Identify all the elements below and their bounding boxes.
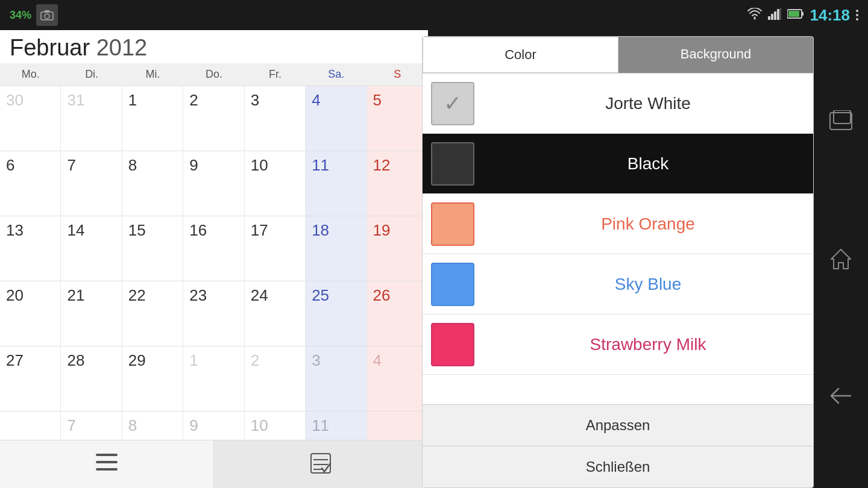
day-cell[interactable]: 14	[61, 216, 122, 281]
anpassen-button[interactable]: Anpassen	[423, 405, 813, 446]
swatch-container	[423, 198, 483, 251]
day-headers: Mo. Di. Mi. Do. Fr. Sa. S	[0, 63, 428, 86]
checkmark-icon: ✓	[444, 91, 462, 116]
wifi-icon	[747, 8, 762, 23]
day-cell[interactable]: 29	[122, 346, 183, 411]
day-cell[interactable]: 3	[245, 86, 306, 151]
year: 2012	[96, 35, 148, 60]
svg-rect-4	[771, 14, 773, 20]
day-cell[interactable]: 13	[0, 216, 61, 281]
day-cell[interactable]: 4	[367, 346, 428, 411]
day-cell[interactable]: 4	[306, 86, 366, 151]
day-cell[interactable]: 17	[245, 216, 306, 281]
tab-color[interactable]: Color	[423, 37, 618, 73]
day-cell[interactable]: 23	[183, 281, 244, 346]
color-name: Sky Blue	[483, 275, 813, 294]
day-cell[interactable]: 1	[122, 86, 183, 151]
day-header-sa: Sa.	[306, 63, 366, 86]
status-bar: 34%	[0, 0, 868, 30]
day-cell[interactable]: 24	[245, 281, 306, 346]
dialog-tab-bar: Color Background	[423, 37, 813, 74]
day-cell[interactable]: 9	[183, 151, 244, 216]
day-cell[interactable]: 10	[245, 151, 306, 216]
swatch-container	[423, 258, 483, 311]
day-cell[interactable]: 28	[61, 346, 122, 411]
day-cell[interactable]: 18	[306, 216, 366, 281]
day-header-fr: Fr.	[245, 63, 306, 86]
calendar-header: Februar 2012	[0, 30, 428, 63]
color-item-strawberry[interactable]: Strawberry Milk	[423, 314, 813, 375]
overflow-menu-icon[interactable]	[856, 10, 858, 20]
color-name: Pink Orange	[483, 214, 813, 234]
clock: 14:18	[810, 6, 851, 25]
color-name: Black	[483, 154, 813, 174]
svg-rect-7	[780, 8, 781, 20]
menu-button[interactable]	[0, 440, 214, 488]
day-cell[interactable]: 31	[61, 86, 122, 151]
day-cell[interactable]: 1	[183, 346, 244, 411]
week-row: 20 21 22 23 24 25 26	[0, 281, 428, 346]
color-name: Strawberry Milk	[483, 335, 813, 354]
color-item-jorte-white[interactable]: ✓ Jorte White	[423, 74, 813, 134]
tasks-button[interactable]	[214, 440, 428, 488]
week-row: 13 14 15 16 17 18 19	[0, 216, 428, 281]
menu-icon	[96, 453, 118, 475]
day-header-so: S	[367, 63, 428, 86]
svg-rect-9	[802, 12, 804, 16]
week-row: 6 7 8 9 10 11 12	[0, 151, 428, 216]
color-swatch	[431, 263, 474, 306]
day-cell[interactable]: 6	[0, 151, 61, 216]
svg-rect-3	[768, 16, 770, 20]
day-cell[interactable]: 21	[61, 281, 122, 346]
day-cell[interactable]: 15	[122, 216, 183, 281]
day-cell[interactable]: 12	[367, 151, 428, 216]
day-cell[interactable]: 20	[0, 281, 61, 346]
color-swatch	[431, 202, 474, 246]
day-cell[interactable]: 3	[306, 346, 366, 411]
svg-rect-13	[96, 468, 118, 471]
day-cell[interactable]: 2	[183, 86, 244, 151]
color-list: ✓ Jorte White Black Pink Orange Sky Blue	[423, 74, 813, 404]
svg-rect-14	[311, 454, 330, 473]
color-item-pink-orange[interactable]: Pink Orange	[423, 194, 813, 254]
swatch-container: ✓	[423, 77, 483, 130]
photo-icon	[36, 4, 58, 26]
tasks-icon	[310, 452, 332, 477]
day-header-do: Do.	[183, 63, 244, 86]
day-cell[interactable]: 11	[306, 151, 366, 216]
day-cell[interactable]: 19	[367, 216, 428, 281]
recent-apps-button[interactable]	[828, 110, 854, 134]
svg-point-1	[45, 14, 49, 19]
svg-rect-5	[774, 11, 776, 20]
day-cell[interactable]: 5	[367, 86, 428, 151]
svg-rect-6	[777, 9, 779, 20]
day-cell[interactable]: 7	[61, 151, 122, 216]
back-button[interactable]	[829, 386, 853, 408]
svg-rect-11	[96, 454, 118, 456]
status-right: 14:18	[747, 6, 859, 25]
calendar-area: Februar 2012 Mo. Di. Mi. Do. Fr. Sa. S 3…	[0, 30, 428, 488]
dialog-actions: Anpassen Schließen	[423, 404, 813, 487]
day-cell[interactable]: 26	[367, 281, 428, 346]
status-left: 34%	[10, 4, 58, 26]
signal-icon	[768, 8, 781, 22]
svg-rect-12	[96, 461, 118, 463]
calendar-grid: Mo. Di. Mi. Do. Fr. Sa. S 30 31 1 2 3 4 …	[0, 63, 428, 476]
day-cell[interactable]: 27	[0, 346, 61, 411]
day-cell[interactable]: 25	[306, 281, 366, 346]
svg-rect-10	[788, 11, 799, 17]
swatch-container	[423, 318, 483, 371]
day-cell[interactable]: 30	[0, 86, 61, 151]
day-cell[interactable]: 22	[122, 281, 183, 346]
day-cell[interactable]: 16	[183, 216, 244, 281]
color-item-sky-blue[interactable]: Sky Blue	[423, 254, 813, 314]
day-cell[interactable]: 8	[122, 151, 183, 216]
color-name: Jorte White	[483, 94, 813, 113]
battery-icon	[787, 8, 804, 22]
day-cell[interactable]: 2	[245, 346, 306, 411]
tab-background[interactable]: Background	[618, 37, 813, 73]
color-item-black[interactable]: Black	[423, 134, 813, 194]
color-swatch: ✓	[431, 82, 474, 125]
schliessen-button[interactable]: Schließen	[423, 446, 813, 487]
home-button[interactable]	[829, 247, 853, 274]
